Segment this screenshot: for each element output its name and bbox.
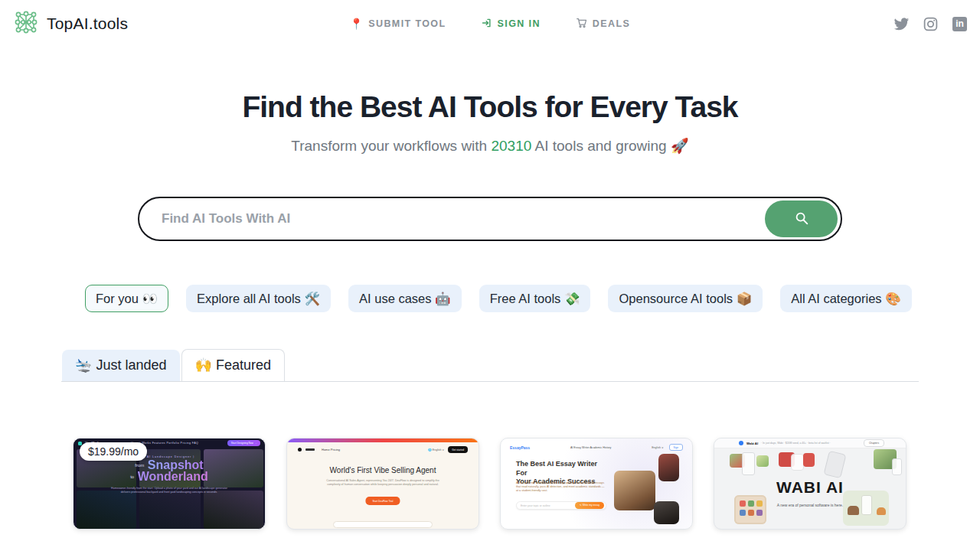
rocket-emoji: 🚀 — [671, 138, 689, 154]
card1-garden-tile — [77, 491, 136, 529]
card4-mini-logo: Wabi AI — [746, 442, 758, 445]
tab-featured[interactable]: 🙌 Featured — [181, 349, 286, 381]
card4-decor-grid-dot — [748, 510, 754, 516]
nav-deals[interactable]: DEALS — [576, 17, 630, 31]
site-title: TopAI.tools — [47, 15, 128, 33]
tab-just-landed[interactable]: 🛬 Just landed — [62, 350, 180, 381]
search-input[interactable] — [139, 198, 841, 240]
linkedin-icon[interactable]: in — [952, 16, 968, 32]
card4-decor-phone — [742, 452, 755, 475]
card4-mini-header: Wabi AI · In just days, Wabi · $20M seed… — [714, 439, 906, 448]
card4-mini-logo-icon — [739, 441, 743, 445]
tool-card-essaypass[interactable]: EssayPass AI Essay Writer Academic Histo… — [500, 438, 693, 530]
main-nav: 📍 SUBMIT TOOL SIGN IN DEALS — [350, 0, 630, 47]
card3-write-button: ✎ Write my essay — [575, 502, 604, 509]
card2-cta-button: Start DeaFlow Trial — [365, 497, 400, 505]
card2-mini-lang: 🌐 English ∨ — [428, 448, 444, 452]
search-button[interactable] — [765, 201, 838, 237]
nav-submit-tool[interactable]: 📍 SUBMIT TOOL — [350, 18, 446, 30]
card3-photo-portrait — [658, 454, 679, 481]
card3-mini-logo: EssayPass — [510, 445, 530, 450]
card1-word-wonderland: Wonderland — [138, 470, 208, 483]
price-badge: $19.99/mo — [80, 442, 147, 461]
card4-subheading: A new era of personal software is here. — [714, 503, 906, 507]
subtitle-suffix: AI tools and growing — [531, 138, 671, 154]
tool-card-yardstyling[interactable]: $19.99/mo YardStyling How it Works Featu… — [73, 438, 266, 530]
card4-decor-cat — [877, 507, 886, 515]
card2-gradient-bar — [287, 439, 479, 442]
subtitle-prefix: Transform your workflows with — [291, 138, 491, 154]
chip-categories[interactable]: All AI categories 🎨 — [780, 285, 911, 312]
card2-footer-pill — [333, 521, 433, 528]
card2-mini-nav: Home Pricing — [322, 448, 340, 452]
card1-paragraph: Homeowner-friendly from the start. Uploa… — [108, 487, 230, 494]
tool-cards-row: $19.99/mo YardStyling How it Works Featu… — [61, 438, 919, 530]
card1-mini-cta: Start Designing Now → — [227, 440, 260, 446]
listing-tabs: 🛬 Just landed 🙌 Featured — [61, 349, 919, 382]
tools-count: 20310 — [491, 138, 531, 154]
card4-decor-grid-dot — [756, 510, 763, 516]
search-icon — [793, 210, 810, 229]
card4-decor-grid-dot — [740, 510, 746, 516]
card3-mini-signin: Sign — [669, 444, 683, 451]
card2-heading: World's First Vibe Selling Agent — [287, 466, 479, 474]
card4-decor-sketch-phone — [823, 451, 846, 479]
card1-word-from: from — [135, 463, 144, 468]
card1-garden-tile — [204, 491, 263, 529]
card3-paragraph: AI Essay Writer delivers authentic, high… — [516, 481, 606, 494]
instagram-icon[interactable] — [923, 16, 939, 32]
card2-mini-logo — [305, 448, 315, 451]
card1-hero-copy: ⟨ AI Landscape Designer ⟩ from Snapshot … — [74, 455, 265, 494]
cart-icon — [576, 17, 587, 31]
card1-word-to: to — [130, 475, 134, 480]
card2-mini-header: Home Pricing 🌐 English ∨ Get started — [298, 446, 468, 453]
card3-mini-lang: English ∨ — [652, 446, 663, 449]
card2-mini-cta: Get started — [448, 446, 468, 453]
tool-card-wabi[interactable]: Wabi AI · In just days, Wabi · $20M seed… — [714, 438, 906, 530]
site-logo[interactable]: TopAI.tools — [12, 10, 128, 37]
card4-decor-white-card — [791, 454, 804, 471]
card4-decor-red-card — [803, 453, 815, 467]
sign-in-label: SIGN IN — [498, 18, 541, 29]
card2-paragraph: Conversational AI Sales Agent, represent… — [322, 479, 444, 487]
card3-mini-nav: AI Essay Writer Academic History — [533, 446, 648, 449]
card3-photo-group — [654, 501, 679, 524]
top-header: TopAI.tools 📍 SUBMIT TOOL SIGN IN DEALS — [0, 0, 980, 47]
nav-sign-in[interactable]: SIGN IN — [482, 18, 541, 31]
quick-filters: For you 👀 Explore all AI tools 🛠️ AI use… — [61, 285, 919, 312]
card4-mini-pill: Chapters — [864, 439, 884, 447]
chip-use-cases[interactable]: AI use cases 🤖 — [348, 285, 462, 312]
topai-network-icon — [12, 10, 40, 37]
sign-in-icon — [482, 18, 492, 31]
search-bar — [138, 197, 842, 241]
card4-heading: WABI AI — [714, 478, 906, 497]
card3-photo-student — [614, 471, 655, 510]
card2-mini-logo-icon — [298, 448, 302, 452]
card1-garden-tile — [139, 491, 201, 529]
chip-for-you[interactable]: For you 👀 — [85, 285, 168, 312]
card3-mini-header: EssayPass AI Essay Writer Academic Histo… — [510, 444, 683, 451]
submit-tool-label: SUBMIT TOOL — [368, 18, 446, 29]
card1-mini-logo-icon — [78, 442, 82, 445]
hero-subtitle: Transform your workflows with 20310 AI t… — [0, 137, 980, 155]
twitter-icon[interactable] — [893, 16, 910, 32]
chip-free-tools[interactable]: Free AI tools 💸 — [479, 285, 591, 312]
card4-mini-tagline: · In just days, Wabi · $20M seed, a 40+ … — [761, 442, 831, 445]
pushpin-icon: 📍 — [350, 18, 363, 30]
social-links: in — [893, 16, 968, 32]
chip-explore-all[interactable]: Explore all AI tools 🛠️ — [186, 285, 331, 312]
tool-card-vibe-selling[interactable]: Home Pricing 🌐 English ∨ Get started Wor… — [286, 438, 479, 530]
card4-decor-mini-phone — [892, 458, 902, 475]
chip-opensource[interactable]: Opensource AI tools 📦 — [608, 285, 763, 312]
deals-label: DEALS — [593, 18, 630, 29]
page-title: Find the Best AI Tools for Every Task — [0, 90, 980, 124]
card4-decor-greens — [756, 455, 769, 467]
